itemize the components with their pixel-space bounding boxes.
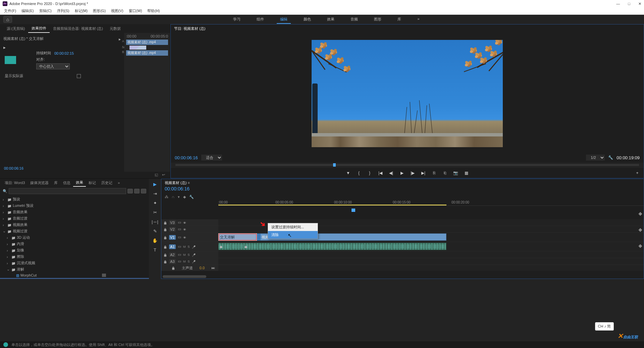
menu-clip[interactable]: 剪辑(C)	[37, 8, 54, 14]
settings-icon[interactable]	[608, 155, 613, 160]
tool-razor[interactable]: ✂	[152, 209, 158, 216]
filter-chip-2[interactable]	[134, 189, 140, 193]
timeline-ruler[interactable]: ;00;00 00:00:05:00 00:00:10:00 00:00:15:…	[218, 200, 644, 206]
effect-controls-timeline[interactable]: :00:00 00:00:05:0 A 视频素材 (总) .mp4 fx B 视…	[124, 33, 170, 172]
goto-out[interactable]: ▶|	[420, 170, 426, 176]
tree-dissolve[interactable]: 溶解	[0, 266, 149, 273]
work-area-bar[interactable]	[218, 205, 446, 206]
menu-sequence[interactable]: 序列(S)	[54, 8, 72, 14]
menu-file[interactable]: 文件(F)	[1, 8, 19, 14]
compare[interactable]: ▦	[463, 170, 469, 176]
button-editor[interactable]: +	[634, 170, 640, 176]
opt-insert[interactable]: ◆	[183, 195, 186, 199]
tree-presets[interactable]: 预设	[0, 196, 149, 202]
menu-edit[interactable]: 编辑(E)	[19, 8, 37, 14]
tab-libraries[interactable]: 库	[51, 179, 60, 186]
clip-a1[interactable]	[218, 243, 446, 250]
tree-3d-motion[interactable]: 3D 运动	[0, 234, 149, 241]
menu-help[interactable]: 帮助(H)	[145, 8, 162, 14]
filter-chip-1[interactable]	[127, 189, 133, 193]
home-button[interactable]	[3, 16, 12, 23]
tree-wipe[interactable]: 擦除	[0, 253, 149, 260]
sequence-name[interactable]: 视频素材 (总)	[165, 181, 186, 185]
opt-snap[interactable]: ⁂	[165, 195, 168, 199]
maximize-button[interactable]: □	[628, 2, 630, 6]
resolution-dropdown[interactable]: 1/2	[586, 155, 605, 161]
minimize-button[interactable]: —	[616, 2, 620, 6]
tree-lumetri[interactable]: Lumetri 预设	[0, 202, 149, 209]
play[interactable]: ▶	[399, 170, 405, 176]
ec-transition-block[interactable]	[129, 46, 146, 50]
step-fwd[interactable]: |▶	[410, 170, 416, 176]
tab-metadata[interactable]: 元数据	[106, 25, 124, 33]
ec-play-icon[interactable]	[119, 37, 121, 41]
ws-learn[interactable]: 学习	[230, 15, 244, 24]
lock-a3[interactable]	[163, 259, 167, 264]
ws-color[interactable]: 颜色	[300, 15, 314, 24]
ws-effects[interactable]: 效果	[324, 15, 338, 24]
tab-project[interactable]: 项目: Word3	[2, 179, 28, 186]
timeline-hscroll[interactable]	[161, 275, 644, 279]
mark-in[interactable]: {	[356, 170, 362, 176]
tab-overflow[interactable]	[115, 180, 122, 186]
lock-a2[interactable]	[163, 253, 167, 257]
menu-graphics[interactable]: 图形(G)	[90, 8, 108, 14]
tool-pen[interactable]: ✎	[152, 228, 158, 234]
ime-indicator[interactable]: CH ♪ 简	[595, 322, 614, 331]
tab-media-browser[interactable]: 媒体浏览器	[28, 179, 51, 186]
tree-cross-dissolve[interactable]: 交叉溶解	[0, 278, 149, 279]
tool-track-select[interactable]: ⇥	[152, 190, 158, 197]
ec-clip-a[interactable]: 视频素材 (总) .mp4	[126, 40, 168, 45]
show-actual-checkbox[interactable]	[77, 74, 81, 78]
tab-info[interactable]: 信息	[60, 179, 73, 186]
tree-immersive[interactable]: 沉浸式视频	[0, 260, 149, 266]
ws-editing[interactable]: 编辑	[277, 15, 291, 24]
clip-transition[interactable]: 交叉溶解	[218, 233, 257, 241]
close-button[interactable]: ✕	[638, 2, 641, 6]
marker-add[interactable]: ▼	[345, 170, 351, 176]
scrub-bar[interactable]	[171, 163, 644, 168]
tool-ripple[interactable]: ✦	[152, 199, 158, 206]
export-frame[interactable]: 📷	[452, 170, 459, 176]
timeline-time[interactable]: 00:00:06:16	[165, 185, 640, 192]
video-preview[interactable]	[171, 33, 644, 153]
cm-set-duration[interactable]: 设置过渡持续时间...	[268, 223, 318, 231]
program-tab[interactable]: 节目: 视频素材 (总)	[174, 26, 206, 31]
lock-v2[interactable]	[163, 227, 167, 231]
tab-effects[interactable]: 效果	[73, 179, 86, 187]
lock-v1[interactable]	[163, 235, 167, 239]
scrub-playhead[interactable]	[333, 163, 336, 167]
opt-settings[interactable]: 🔧	[189, 195, 194, 199]
tool-type[interactable]: T	[152, 246, 158, 253]
menu-view[interactable]: 视图(V)	[108, 8, 126, 14]
tree-iris[interactable]: 划像	[0, 247, 149, 253]
ec-btn-1[interactable]: ◱	[155, 173, 159, 177]
tree-video-tr[interactable]: 视频过渡	[0, 228, 149, 234]
filter-chip-3[interactable]	[141, 189, 146, 193]
opt-link[interactable]: ∩	[172, 195, 174, 199]
tree-video-fx[interactable]: 视频效果	[0, 222, 149, 228]
tool-selection[interactable]: ▶	[152, 181, 158, 187]
lock-a1[interactable]	[163, 245, 167, 249]
align-select[interactable]: 中心切入	[36, 63, 70, 69]
tab-markers[interactable]: 标记	[86, 179, 99, 186]
goto-in[interactable]: |◀	[377, 170, 383, 176]
ws-graphics[interactable]: 图形	[371, 15, 385, 24]
tree-audio-tr[interactable]: 音频过渡	[0, 215, 149, 222]
mark-out[interactable]: }	[367, 170, 373, 176]
lift[interactable]: ⎘	[431, 170, 437, 176]
ws-more[interactable]	[414, 15, 423, 24]
tab-source[interactable]: 源:(无剪辑)	[3, 25, 28, 33]
program-time[interactable]: 00:00:06:16	[175, 155, 198, 160]
step-back[interactable]: ◀|	[388, 170, 394, 176]
ws-libraries[interactable]: 库	[394, 15, 405, 24]
effects-search-input[interactable]	[9, 188, 126, 194]
tree-slide[interactable]: 内滑	[0, 241, 149, 247]
tree-audio-fx[interactable]: 音频效果	[0, 209, 149, 215]
tab-effect-controls[interactable]: 效果控件	[28, 24, 50, 33]
ec-clip-b[interactable]: 视频素材 (总) .mp4	[126, 50, 168, 56]
tree-morphcut[interactable]: MorphCut	[0, 273, 149, 278]
menu-marker[interactable]: 标记(M)	[72, 8, 91, 14]
ec-play-preview[interactable]	[3, 45, 121, 50]
tab-history[interactable]: 历史记	[99, 179, 115, 186]
